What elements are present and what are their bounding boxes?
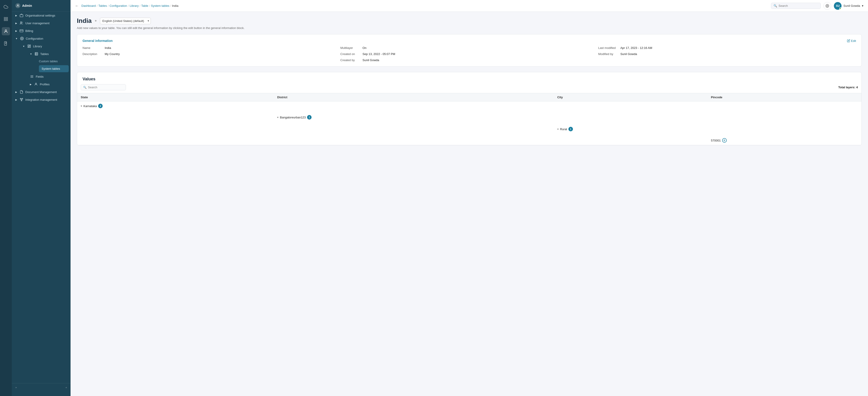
- chevron-right-icon: ▶: [16, 98, 17, 101]
- search-icon: 🔍: [774, 4, 777, 7]
- multilayer-value: On: [363, 46, 366, 50]
- district-expand-row[interactable]: ▾ Bangaloreurban123 1: [277, 115, 550, 119]
- sidebar-item-label: Tables: [40, 52, 49, 56]
- district-badge: 1: [307, 115, 312, 119]
- city-expand-row[interactable]: ▾ Rural 1: [557, 127, 704, 131]
- sidebar-item-user-management[interactable]: ▶ User management: [12, 19, 70, 27]
- breadcrumb-configuration[interactable]: Configuration: [110, 4, 127, 7]
- values-table-scroll[interactable]: State District City Pincode ▾: [77, 93, 862, 145]
- svg-rect-3: [6, 20, 8, 21]
- search-input[interactable]: [778, 4, 818, 7]
- main-content: ← Dashboard / Tables / Configuration / L…: [70, 0, 868, 396]
- person-icon[interactable]: [2, 27, 10, 35]
- library-icon: [27, 44, 31, 48]
- svg-rect-17: [35, 53, 38, 55]
- sidebar-item-document-management[interactable]: ▶ Document Management: [12, 88, 70, 96]
- col-pincode: Pincode: [707, 93, 862, 102]
- sidebar-item-label: Billing: [25, 29, 33, 33]
- settings-button[interactable]: [824, 2, 831, 10]
- svg-point-4: [5, 30, 7, 31]
- collapse-icon[interactable]: «: [66, 386, 67, 389]
- svg-rect-1: [6, 18, 8, 19]
- sidebar-header: Admin: [12, 0, 70, 11]
- sidebar-item-label: Custom tables: [39, 60, 58, 63]
- chevron-down-icon: ▼: [16, 37, 18, 40]
- user-menu-chevron: ▾: [862, 4, 864, 7]
- edit-button[interactable]: Edit: [847, 39, 856, 43]
- svg-rect-13: [28, 45, 29, 46]
- sidebar-section-library: ▼ Library ▼ Tables: [12, 43, 70, 88]
- chevron-right-icon: ▶: [30, 83, 32, 86]
- district-cell: ▾ Bangaloreurban123 1: [274, 102, 554, 145]
- sidebar-item-integration-management[interactable]: ▶ Integration management: [12, 96, 70, 104]
- breadcrumb-table[interactable]: Table: [141, 4, 148, 7]
- info-empty-2: [598, 58, 856, 62]
- language-selector[interactable]: English (United States) (default) French…: [100, 18, 151, 24]
- svg-line-30: [22, 99, 22, 100]
- svg-line-29: [21, 99, 21, 100]
- sidebar-item-profiles[interactable]: ▶ Profiles: [26, 80, 70, 88]
- sidebar-footer: » «: [12, 383, 70, 392]
- values-table-body: ▾ Karnataka 2 ▾ Ba: [77, 102, 862, 145]
- sidebar-item-tables[interactable]: ▼ Tables: [26, 50, 70, 58]
- sidebar-item-org-settings[interactable]: ▶ Organisational settings: [12, 11, 70, 19]
- gear-icon: [20, 36, 24, 40]
- name-value: India: [105, 46, 111, 50]
- sidebar-item-system-tables[interactable]: System tables: [39, 65, 69, 72]
- modified-by-label: Modified by: [598, 52, 619, 56]
- topbar-right: 🔍 SU Sunil Gowda ▾: [771, 2, 864, 10]
- sidebar-item-label: Library: [33, 45, 42, 48]
- back-button[interactable]: ←: [75, 4, 79, 8]
- sidebar-item-custom-tables[interactable]: Custom tables: [37, 58, 70, 65]
- document-icon[interactable]: [2, 39, 10, 48]
- fields-icon: [30, 75, 34, 79]
- general-info-header: General information Edit: [83, 39, 856, 43]
- info-description-row: Description My Country: [83, 52, 340, 56]
- breadcrumb-tables[interactable]: Tables: [98, 4, 107, 7]
- sidebar: Admin ▶ Organisational settings ▶ User m…: [12, 0, 70, 396]
- sidebar-item-billing[interactable]: ▶ Billing: [12, 27, 70, 35]
- language-selector-wrap[interactable]: English (United States) (default) French…: [100, 18, 151, 24]
- col-city: City: [554, 93, 708, 102]
- values-search-icon: 🔍: [83, 86, 87, 89]
- cloud-icon[interactable]: [2, 3, 10, 11]
- state-cell: ▾ Karnataka 2: [77, 102, 274, 145]
- sidebar-item-label: User management: [25, 22, 50, 25]
- sidebar-item-configuration[interactable]: ▼ Configuration: [12, 35, 70, 43]
- user-menu-button[interactable]: SU Sunil Gowda ▾: [834, 2, 864, 10]
- multilayer-label: Multilayer: [340, 46, 361, 50]
- values-search-input[interactable]: [88, 86, 123, 89]
- info-multilayer-row: Multilayer On: [340, 46, 598, 50]
- pincode-expand-row[interactable]: 570001 0: [711, 138, 858, 143]
- breadcrumb-dashboard[interactable]: Dashboard: [82, 4, 96, 7]
- values-search-box[interactable]: 🔍: [81, 84, 126, 90]
- col-state: State: [77, 93, 274, 102]
- document-mgmt-icon: [20, 90, 24, 94]
- values-section: Values 🔍 Total layers: 4 State District: [77, 72, 862, 145]
- general-info-title: General information: [83, 39, 113, 43]
- last-modified-value: Apr 17, 2023 - 12:16 AM: [620, 46, 652, 50]
- credit-card-icon: [20, 29, 24, 33]
- sidebar-item-fields[interactable]: Fields: [26, 73, 70, 80]
- values-table-head: State District City Pincode: [77, 93, 862, 102]
- chevron-down-icon: ▾: [277, 116, 279, 119]
- svg-rect-0: [4, 18, 6, 19]
- sidebar-item-library[interactable]: ▼ Library: [19, 43, 70, 50]
- state-expand-row[interactable]: ▾ Karnataka 2: [81, 104, 270, 108]
- modified-by-value: Sunil Gowda: [620, 52, 637, 56]
- svg-point-24: [35, 83, 36, 84]
- col-district: District: [274, 93, 554, 102]
- breadcrumb-india: India: [172, 4, 178, 7]
- global-search-box[interactable]: 🔍: [771, 3, 821, 9]
- city-cell: ▾ Rural 1: [554, 102, 708, 145]
- district-cell-content: ▾ Bangaloreurban123 1: [274, 102, 554, 122]
- svg-point-6: [18, 4, 19, 6]
- breadcrumb-library[interactable]: Library: [129, 4, 138, 7]
- sidebar-sub-tables: Custom tables System tables: [26, 58, 70, 72]
- general-info-card: General information Edit Name India Mult…: [77, 34, 862, 66]
- svg-rect-16: [28, 47, 29, 48]
- district-value: Bangaloreurban123: [280, 116, 306, 119]
- puzzle-icon[interactable]: [2, 15, 10, 23]
- breadcrumb-system-tables[interactable]: System tables: [151, 4, 169, 7]
- expand-icon[interactable]: »: [16, 386, 17, 389]
